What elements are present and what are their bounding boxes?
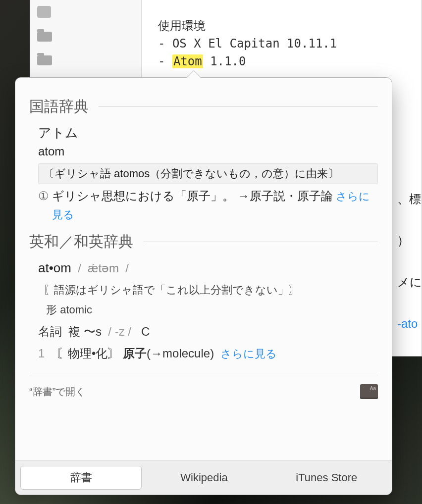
peek-c: メに bbox=[397, 261, 422, 303]
eiwa-definition-row: 1 〘物理•化〙 原子(→molecule) さらに見る bbox=[38, 345, 378, 363]
folder-icon[interactable] bbox=[37, 32, 52, 42]
eiwa-deriv-label: 形 bbox=[46, 303, 57, 316]
highlighted-word[interactable]: Atom bbox=[172, 54, 203, 68]
editor-text: 使用環境 - OS X El Capitan 10.11.1 - Atom 1.… bbox=[158, 17, 337, 70]
kokugo-definition-row: ① ギリシャ思想における「原子」。 →原子説・原子論 さらに見る bbox=[38, 187, 378, 224]
eiwa-headword-row: at•om / ǽtəm / bbox=[38, 259, 378, 277]
eiwa-countability: C bbox=[141, 325, 150, 338]
lookup-popover: 国語辞典 アトム atom 〔ギリシャ語 atomos（分割できないもの，の意）… bbox=[15, 77, 392, 495]
dictionary-app-icon: Aa bbox=[360, 384, 378, 399]
background-right-peek: 、標 ） メに -ato bbox=[397, 178, 422, 352]
eiwa-pronunciation: ǽtəm bbox=[88, 261, 119, 275]
eiwa-field-label: 〘物理•化〙 bbox=[56, 347, 119, 360]
peek-a: 、標 bbox=[397, 178, 422, 220]
slash-icon: / bbox=[125, 261, 129, 275]
eiwa-plural-pron: -z bbox=[115, 325, 125, 338]
dictionary-icon-text: Aa bbox=[370, 386, 376, 391]
slash-icon: / bbox=[125, 325, 131, 338]
eiwa-sense-bold: 原子 bbox=[123, 347, 147, 360]
eiwa-title: 英和／和英辞典 bbox=[29, 232, 133, 252]
eiwa-pos-row: 名詞 複 〜s / -z / C bbox=[38, 323, 378, 341]
editor-heading: 使用環境 bbox=[158, 19, 206, 33]
eiwa-entry: at•om / ǽtəm / 〖語源はギリシャ語で「これ以上分割できない」〗 形… bbox=[38, 259, 378, 363]
popover-tab-bar: 辞書 Wikipedia iTunes Store bbox=[15, 460, 392, 495]
kokugo-title: 国語辞典 bbox=[29, 97, 89, 117]
sidebar-icons bbox=[37, 6, 52, 65]
peek-d: -ato bbox=[397, 303, 422, 345]
tab-wikipedia[interactable]: Wikipedia bbox=[144, 466, 264, 490]
kokugo-section-header: 国語辞典 bbox=[29, 97, 378, 117]
divider bbox=[99, 106, 378, 107]
eiwa-derivative: 形 atomic bbox=[43, 301, 378, 319]
editor-line1-prefix: - bbox=[158, 37, 172, 50]
divider bbox=[143, 242, 378, 242]
open-in-dictionary-row[interactable]: “辞書”で開く Aa bbox=[29, 376, 378, 399]
kokugo-definition-text: ギリシャ思想における「原子」。 →原子説・原子論 さらに見る bbox=[52, 187, 378, 224]
slash-icon: / bbox=[78, 261, 81, 275]
kokugo-etymology: 〔ギリシャ語 atomos（分割できないもの，の意）に由来〕 bbox=[38, 163, 378, 184]
eiwa-pos: 名詞 bbox=[38, 325, 62, 338]
open-in-dictionary-label: “辞書”で開く bbox=[29, 385, 85, 399]
kokugo-sense-number: ① bbox=[38, 187, 52, 205]
tab-itunes-store[interactable]: iTunes Store bbox=[266, 466, 387, 490]
kokugo-entry: アトム atom 〔ギリシャ語 atomos（分割できないもの，の意）に由来〕 … bbox=[38, 124, 378, 224]
folder-icon[interactable] bbox=[37, 55, 52, 65]
eiwa-section-header: 英和／和英辞典 bbox=[29, 232, 378, 252]
peek-b: ） bbox=[397, 220, 422, 261]
editor-line2-suffix: 1.1.0 bbox=[203, 54, 246, 68]
slash-icon: / bbox=[105, 325, 115, 338]
kokugo-sense-text: ギリシャ思想における「原子」。 →原子説・原子論 bbox=[52, 189, 333, 202]
tab-dictionary[interactable]: 辞書 bbox=[20, 466, 142, 490]
eiwa-deriv-word: atomic bbox=[60, 303, 92, 316]
popover-body: 国語辞典 アトム atom 〔ギリシャ語 atomos（分割できないもの，の意）… bbox=[15, 78, 392, 460]
eiwa-etymology: 〖語源はギリシャ語で「これ以上分割できない」〗 bbox=[43, 281, 378, 299]
eiwa-headword: at•om bbox=[38, 260, 71, 275]
eiwa-plural-label: 複 〜s bbox=[68, 325, 102, 338]
kokugo-term-kana: アトム bbox=[38, 124, 378, 142]
editor-line1: OS X El Capitan 10.11.1 bbox=[172, 37, 337, 50]
kokugo-term-romaji: atom bbox=[38, 143, 378, 160]
disk-icon[interactable] bbox=[37, 6, 51, 18]
eiwa-sense-tail: (→molecule) bbox=[147, 347, 214, 360]
eiwa-see-more-link[interactable]: さらに見る bbox=[220, 348, 277, 360]
eiwa-sense-number: 1 bbox=[38, 347, 45, 360]
editor-line2-prefix: - bbox=[158, 54, 172, 68]
